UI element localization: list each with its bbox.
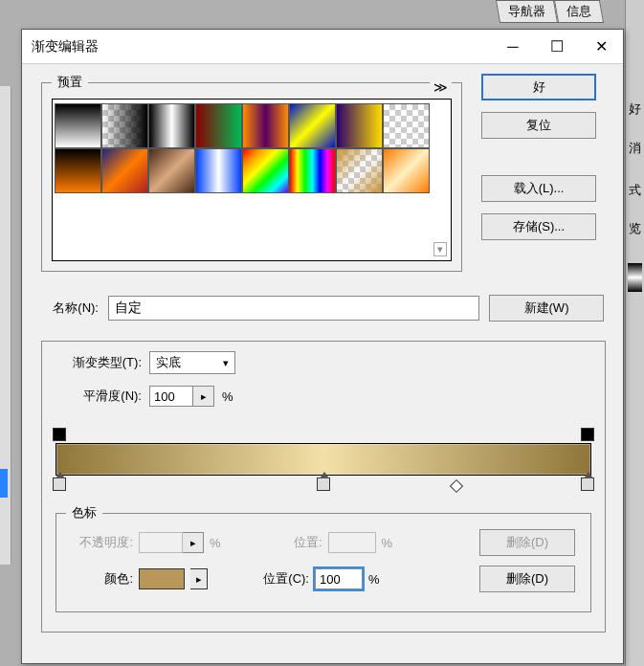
dialog-title: 渐变编辑器 [32, 38, 491, 56]
preset-swatch[interactable] [55, 103, 101, 148]
smoothness-stepper[interactable]: ▸ [193, 386, 214, 407]
preset-swatch[interactable] [101, 103, 148, 148]
bg-right-panel: 好 消 式 览 [625, 0, 644, 666]
gradient-type-value: 实底 [156, 354, 181, 371]
preset-swatch[interactable] [242, 148, 289, 193]
opacity-stepper: ▸ [183, 532, 204, 553]
preset-swatch[interactable] [383, 103, 430, 148]
delete-color-button[interactable]: 删除(D) [479, 566, 575, 592]
gradient-bar[interactable] [56, 443, 591, 476]
preset-swatch[interactable] [101, 148, 148, 193]
preset-swatch[interactable] [195, 103, 242, 148]
bg-right-text: 览 [628, 220, 642, 237]
stops-legend: 色标 [66, 504, 102, 522]
smoothness-input[interactable] [149, 386, 193, 407]
ok-button[interactable]: 好 [481, 74, 596, 100]
gradient-bar-area [56, 426, 591, 493]
color-dropdown-icon[interactable]: ▸ [190, 568, 208, 589]
load-button[interactable]: 载入(L)... [481, 175, 596, 202]
color-stop-right[interactable] [581, 477, 594, 491]
preset-swatch[interactable] [55, 148, 101, 193]
scroll-down-icon[interactable]: ▾ [433, 242, 447, 256]
maximize-button[interactable]: ☐ [535, 33, 579, 61]
color-well[interactable] [139, 568, 185, 589]
delete-opacity-button: 删除(D) [479, 529, 575, 556]
midpoint-diamond[interactable] [450, 479, 463, 493]
gradient-type-label: 渐变类型(T): [56, 354, 142, 371]
bg-left-highlight [0, 469, 8, 498]
name-label: 名称(N): [41, 300, 99, 317]
opacity-input [139, 532, 183, 553]
color-stop-left[interactable] [53, 477, 66, 491]
preset-swatch[interactable] [242, 103, 289, 148]
preset-swatch[interactable] [148, 148, 195, 193]
bg-tab-info[interactable]: 信息 [554, 0, 604, 23]
reset-button[interactable]: 复位 [481, 112, 596, 139]
percent-sign: % [222, 389, 233, 404]
gradient-type-select[interactable]: 实底 ▾ [149, 351, 235, 374]
save-button[interactable]: 存储(S)... [481, 213, 596, 240]
titlebar: 渐变编辑器 ─ ☐ ✕ [22, 30, 623, 64]
percent-sign: % [382, 536, 393, 550]
position-c-label: 位置(C): [242, 570, 309, 588]
preset-swatch[interactable] [383, 148, 430, 193]
position-label: 位置: [255, 534, 322, 551]
preset-swatch[interactable] [195, 148, 242, 193]
percent-sign: % [368, 572, 380, 587]
bg-right-text: 消 [628, 140, 642, 157]
chevron-down-icon: ▾ [223, 357, 229, 369]
gradient-settings-group: 渐变类型(T): 实底 ▾ 平滑度(N): ▸ % [41, 341, 606, 633]
minimize-button[interactable]: ─ [491, 33, 535, 61]
bg-right-text: 好 [628, 100, 642, 118]
preset-swatch[interactable] [336, 103, 383, 148]
color-stop-middle[interactable] [317, 477, 330, 491]
preset-swatch[interactable] [289, 148, 336, 193]
preset-swatch[interactable] [289, 103, 336, 148]
opacity-stop-left[interactable] [53, 428, 66, 441]
gradient-editor-dialog: 渐变编辑器 ─ ☐ ✕ 预置 ≫ [21, 29, 624, 664]
color-label: 颜色: [66, 570, 133, 588]
close-button[interactable]: ✕ [579, 33, 623, 61]
presets-legend: 预置 [52, 74, 88, 91]
stops-group: 色标 不透明度: ▸ % 位置: % 删除(D) 颜色: ▸ [56, 504, 591, 612]
presets-box: ▾ [52, 99, 452, 261]
bg-right-text: 式 [628, 182, 642, 199]
smoothness-label: 平滑度(N): [56, 388, 142, 405]
opacity-stop-right[interactable] [581, 428, 594, 441]
bg-right-gradient [628, 263, 642, 292]
opacity-label: 不透明度: [66, 534, 133, 551]
position-input [328, 532, 376, 553]
name-input[interactable] [108, 296, 479, 321]
position-c-input[interactable] [315, 568, 363, 589]
percent-sign: % [210, 536, 221, 550]
preset-swatch[interactable] [148, 103, 195, 148]
new-button[interactable]: 新建(W) [489, 295, 604, 322]
preset-swatch[interactable] [336, 148, 383, 193]
presets-group: 预置 ≫ [41, 74, 462, 272]
presets-more-icon[interactable]: ≫ [430, 79, 452, 95]
bg-tab-navigator[interactable]: 导航器 [496, 0, 558, 23]
